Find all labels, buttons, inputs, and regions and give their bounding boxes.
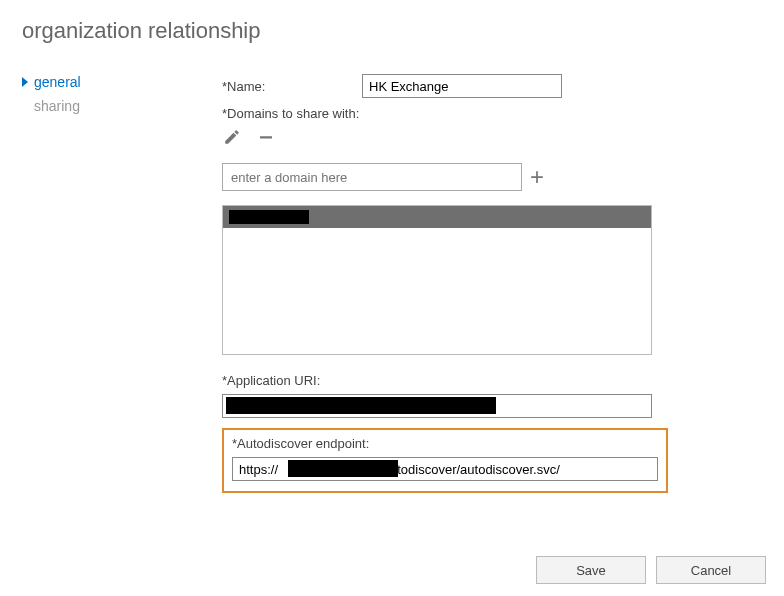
redacted-domain (229, 210, 309, 224)
list-item[interactable] (223, 206, 651, 228)
domain-input[interactable] (222, 163, 522, 191)
name-input[interactable] (362, 74, 562, 98)
domain-list[interactable] (222, 205, 652, 355)
page-title: organization relationship (22, 18, 762, 44)
domains-label: *Domains to share with: (222, 106, 762, 121)
save-button[interactable]: Save (536, 556, 646, 584)
autodiscover-label: *Autodiscover endpoint: (232, 436, 658, 451)
autodiscover-section: *Autodiscover endpoint: (222, 428, 668, 493)
footer-buttons: Save Cancel (536, 556, 766, 584)
edit-icon[interactable] (222, 127, 242, 147)
cancel-button[interactable]: Cancel (656, 556, 766, 584)
nav-sharing-label: sharing (34, 98, 80, 114)
app-uri-label: *Application URI: (222, 373, 762, 388)
svg-rect-0 (260, 136, 272, 138)
remove-icon[interactable] (256, 127, 276, 147)
nav-general-label: general (34, 74, 81, 90)
nav-general[interactable]: general (22, 74, 222, 90)
autodiscover-input[interactable] (232, 457, 658, 481)
redacted-app-uri (226, 397, 496, 414)
nav-sharing[interactable]: sharing (22, 98, 222, 114)
add-domain-icon[interactable]: + (530, 167, 544, 187)
side-nav: general sharing (22, 74, 222, 122)
caret-icon (22, 77, 28, 87)
form-panel: *Name: *Domains to share with: + (222, 74, 762, 493)
name-label: *Name: (222, 79, 362, 94)
